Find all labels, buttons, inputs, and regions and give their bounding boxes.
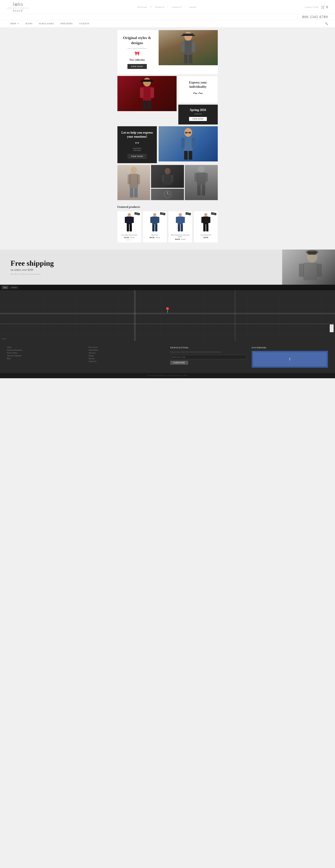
my-account-link[interactable]: My Account xyxy=(137,6,147,8)
svg-rect-52 xyxy=(152,216,157,224)
map-grid xyxy=(0,290,335,341)
express-title: Express your individuality xyxy=(181,81,215,89)
shipping-model-image xyxy=(282,250,335,285)
hero-view-now-button[interactable]: view now! xyxy=(128,64,147,69)
gallery-row: Express your individuality 〜〜 Spring 201… xyxy=(117,76,218,124)
footer-link-myaccount[interactable]: My Account xyxy=(88,346,165,348)
nav-shop[interactable]: Shop xyxy=(7,20,22,27)
svg-rect-12 xyxy=(140,87,143,98)
featured-products-section: Featured products: sale Navy Blue Checke… xyxy=(115,202,220,246)
footer-link-privacy[interactable]: Privacy Policy xyxy=(7,352,83,354)
promo-title: Let us help you express your emotions! xyxy=(121,131,153,139)
svg-rect-60 xyxy=(183,217,185,223)
products-grid: sale Navy Blue Checked Suit $32.00 $40.0… xyxy=(117,211,218,243)
svg-rect-28 xyxy=(137,175,140,184)
svg-rect-29 xyxy=(130,188,134,197)
svg-rect-10 xyxy=(140,81,154,82)
header-top: John online men's clothing store beard M… xyxy=(0,0,335,14)
nav-jeans[interactable]: Jeans xyxy=(22,20,36,27)
svg-rect-73 xyxy=(299,264,304,277)
hero-image xyxy=(159,30,218,65)
svg-rect-61 xyxy=(178,224,180,231)
product-name-4: Wool Blend Suit xyxy=(196,234,216,236)
photo-grid-right xyxy=(185,165,218,200)
map-street-v1 xyxy=(134,290,136,341)
phone-number: 800 2345 6789 xyxy=(302,15,328,19)
svg-rect-7 xyxy=(189,55,192,63)
facebook-box[interactable]: f xyxy=(252,351,328,368)
svg-rect-71 xyxy=(308,251,316,255)
svg-rect-2 xyxy=(181,35,195,36)
footer-link-contact[interactable]: Contact Us xyxy=(88,360,165,362)
footer-link-brands[interactable]: Brands xyxy=(88,355,165,356)
product-image-4[interactable] xyxy=(196,213,216,234)
product-image-1[interactable] xyxy=(119,213,139,234)
compare-link[interactable]: Compare (1) xyxy=(172,6,182,8)
svg-point-45 xyxy=(128,213,131,216)
spring-box: Spring 2016 collection view now! xyxy=(178,105,218,124)
search-icon[interactable]: 🔍 xyxy=(325,20,328,27)
map-zoom-in[interactable]: + xyxy=(330,324,334,328)
svg-rect-14 xyxy=(143,101,146,110)
hero-title: Original styles & designs xyxy=(121,35,153,45)
spring-view-now-button[interactable]: view now! xyxy=(189,117,207,121)
map-tab-satellite[interactable]: Satellite xyxy=(9,286,19,289)
svg-point-57 xyxy=(179,213,182,216)
promo-view-now-button[interactable]: view now! xyxy=(128,154,147,159)
footer-link-wishlist[interactable]: Wish List xyxy=(88,352,165,354)
footer-link-delivery[interactable]: Delivery Information xyxy=(7,349,83,351)
shop-dropdown-arrow xyxy=(18,23,19,24)
shipping-banner: Free shipping on orders over $299 this o… xyxy=(0,250,335,285)
product-price-1: $32.00 $40.00 xyxy=(119,237,139,239)
svg-rect-20 xyxy=(184,137,193,151)
header-right: Currency: $ USD 🛒 0 xyxy=(305,5,328,9)
glasses-icon: 👓 xyxy=(135,141,139,145)
footer-link-specials[interactable]: Specials xyxy=(88,358,165,360)
footer-link-blog[interactable]: Blog xyxy=(7,358,83,360)
header-account-nav: My Account ▾ Wishlist (2) | Compare (1) … xyxy=(137,6,196,8)
map-tab-map[interactable]: Map xyxy=(2,286,8,289)
svg-rect-68 xyxy=(206,224,208,231)
hero-text-box: Original styles & designs you've never s… xyxy=(117,30,157,74)
map-zoom-out[interactable]: − xyxy=(330,328,334,332)
shipping-text: Free shipping on orders over $299 this o… xyxy=(10,259,54,275)
wishlist-link[interactable]: Wishlist (2) xyxy=(155,6,164,8)
svg-rect-66 xyxy=(208,217,211,223)
svg-rect-43 xyxy=(197,185,201,195)
svg-rect-72 xyxy=(303,263,317,280)
product-name-1: Navy Blue Checked Suit xyxy=(119,234,139,236)
promo-image xyxy=(159,126,218,161)
facebook-heading: Facebook: xyxy=(252,346,328,349)
photo-grid xyxy=(117,165,218,200)
newsletter-email-input[interactable] xyxy=(170,355,247,359)
product-card-1: sale Navy Blue Checked Suit $32.00 $40.0… xyxy=(117,211,141,243)
svg-point-39 xyxy=(198,166,205,173)
svg-rect-33 xyxy=(162,175,164,182)
svg-rect-46 xyxy=(127,216,132,224)
currency-selector[interactable]: Currency: $ USD xyxy=(305,6,318,8)
svg-rect-5 xyxy=(192,41,195,52)
nav-sunglasses[interactable]: Sunglasses xyxy=(36,20,57,27)
svg-rect-58 xyxy=(178,216,183,224)
subscribe-button[interactable]: subscribe xyxy=(170,361,188,365)
footer-link-about[interactable]: About xyxy=(7,346,83,348)
footer-link-order-history[interactable]: Order History xyxy=(88,349,165,351)
svg-point-0 xyxy=(184,32,192,41)
svg-rect-49 xyxy=(127,224,129,231)
newsletter-note: Sign up to get exclusive offers from our… xyxy=(170,351,247,353)
svg-rect-22 xyxy=(192,138,195,148)
svg-rect-67 xyxy=(203,224,205,231)
map-pin: 📍 xyxy=(164,307,171,313)
footer-link-terms[interactable]: Terms & Conditions xyxy=(7,355,83,356)
svg-point-25 xyxy=(131,167,137,174)
product-card-4: sale Wool Blend Suit $20.00 xyxy=(194,211,218,243)
photo-grid-left xyxy=(117,165,150,200)
nav-sweaters[interactable]: Sweaters xyxy=(57,20,76,27)
svg-point-8 xyxy=(143,78,151,87)
cart-icon[interactable]: 🛒 0 xyxy=(321,5,328,9)
checkout-link[interactable]: Checkout xyxy=(189,6,196,8)
main-content: Original styles & designs you've never s… xyxy=(115,30,220,246)
nav-jackets[interactable]: Jackets xyxy=(76,20,92,27)
product-image-3[interactable] xyxy=(170,213,191,234)
product-image-2[interactable] xyxy=(145,213,165,234)
